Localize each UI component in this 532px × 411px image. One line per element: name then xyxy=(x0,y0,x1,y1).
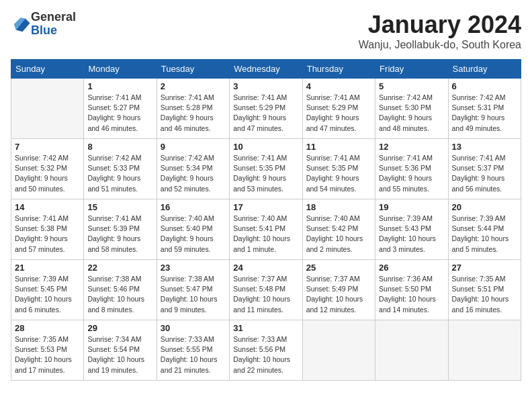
weekday-header-friday: Friday xyxy=(375,60,448,79)
calendar-week-row: 1Sunrise: 7:41 AM Sunset: 5:27 PM Daylig… xyxy=(11,79,521,139)
general-blue-logo-icon xyxy=(12,15,31,34)
day-number: 12 xyxy=(379,142,444,152)
day-number: 21 xyxy=(15,263,80,273)
calendar-cell xyxy=(302,320,375,381)
calendar-cell: 11Sunrise: 7:41 AM Sunset: 5:35 PM Dayli… xyxy=(302,139,375,199)
cell-info: Sunrise: 7:42 AM Sunset: 5:32 PM Dayligh… xyxy=(15,153,80,194)
cell-info: Sunrise: 7:41 AM Sunset: 5:29 PM Dayligh… xyxy=(306,93,371,134)
cell-info: Sunrise: 7:41 AM Sunset: 5:27 PM Dayligh… xyxy=(87,93,152,134)
calendar-cell: 1Sunrise: 7:41 AM Sunset: 5:27 PM Daylig… xyxy=(84,79,157,139)
calendar-table: SundayMondayTuesdayWednesdayThursdayFrid… xyxy=(11,59,521,381)
cell-info: Sunrise: 7:33 AM Sunset: 5:55 PM Dayligh… xyxy=(161,334,226,375)
day-number: 25 xyxy=(306,263,371,273)
cell-info: Sunrise: 7:37 AM Sunset: 5:49 PM Dayligh… xyxy=(306,274,371,315)
cell-info: Sunrise: 7:41 AM Sunset: 5:38 PM Dayligh… xyxy=(15,214,80,255)
title-block: January 2024 Wanju, Jeollabuk-do, South … xyxy=(359,11,521,51)
calendar-cell: 21Sunrise: 7:39 AM Sunset: 5:45 PM Dayli… xyxy=(11,260,84,320)
day-number: 11 xyxy=(306,142,371,152)
weekday-header-monday: Monday xyxy=(84,60,157,79)
calendar-week-row: 7Sunrise: 7:42 AM Sunset: 5:32 PM Daylig… xyxy=(11,139,521,199)
logo: GeneralBlue xyxy=(11,11,76,38)
day-number: 13 xyxy=(452,142,517,152)
calendar-cell: 5Sunrise: 7:42 AM Sunset: 5:30 PM Daylig… xyxy=(375,79,448,139)
month-title: January 2024 xyxy=(359,11,521,39)
calendar-cell xyxy=(375,320,448,381)
cell-info: Sunrise: 7:36 AM Sunset: 5:50 PM Dayligh… xyxy=(379,274,444,315)
calendar-cell: 19Sunrise: 7:39 AM Sunset: 5:43 PM Dayli… xyxy=(375,199,448,260)
calendar-cell: 17Sunrise: 7:40 AM Sunset: 5:41 PM Dayli… xyxy=(230,199,302,260)
calendar-cell: 10Sunrise: 7:41 AM Sunset: 5:35 PM Dayli… xyxy=(230,139,302,199)
cell-info: Sunrise: 7:41 AM Sunset: 5:39 PM Dayligh… xyxy=(87,214,152,255)
weekday-header-wednesday: Wednesday xyxy=(230,60,302,79)
day-number: 5 xyxy=(379,81,444,91)
day-number: 27 xyxy=(452,263,517,273)
day-number: 23 xyxy=(161,263,226,273)
calendar-cell: 28Sunrise: 7:35 AM Sunset: 5:53 PM Dayli… xyxy=(11,320,84,381)
cell-info: Sunrise: 7:39 AM Sunset: 5:43 PM Dayligh… xyxy=(379,214,444,255)
cell-info: Sunrise: 7:42 AM Sunset: 5:31 PM Dayligh… xyxy=(452,93,517,134)
day-number: 8 xyxy=(87,142,152,152)
day-number: 4 xyxy=(306,81,371,91)
cell-info: Sunrise: 7:40 AM Sunset: 5:41 PM Dayligh… xyxy=(233,214,298,255)
cell-info: Sunrise: 7:34 AM Sunset: 5:54 PM Dayligh… xyxy=(87,334,152,375)
day-number: 7 xyxy=(15,142,80,152)
cell-info: Sunrise: 7:41 AM Sunset: 5:37 PM Dayligh… xyxy=(452,153,517,194)
calendar-cell: 8Sunrise: 7:42 AM Sunset: 5:33 PM Daylig… xyxy=(84,139,157,199)
cell-info: Sunrise: 7:41 AM Sunset: 5:28 PM Dayligh… xyxy=(161,93,226,134)
day-number: 10 xyxy=(233,142,298,152)
calendar-cell: 24Sunrise: 7:37 AM Sunset: 5:48 PM Dayli… xyxy=(230,260,302,320)
cell-info: Sunrise: 7:42 AM Sunset: 5:34 PM Dayligh… xyxy=(161,153,226,194)
calendar-cell: 12Sunrise: 7:41 AM Sunset: 5:36 PM Dayli… xyxy=(375,139,448,199)
day-number: 15 xyxy=(87,202,152,212)
calendar-cell: 25Sunrise: 7:37 AM Sunset: 5:49 PM Dayli… xyxy=(302,260,375,320)
calendar-cell: 31Sunrise: 7:33 AM Sunset: 5:56 PM Dayli… xyxy=(230,320,302,381)
cell-info: Sunrise: 7:35 AM Sunset: 5:53 PM Dayligh… xyxy=(15,334,80,375)
location: Wanju, Jeollabuk-do, South Korea xyxy=(359,39,521,51)
cell-info: Sunrise: 7:39 AM Sunset: 5:44 PM Dayligh… xyxy=(452,214,517,255)
cell-info: Sunrise: 7:35 AM Sunset: 5:51 PM Dayligh… xyxy=(452,274,517,315)
calendar-cell: 22Sunrise: 7:38 AM Sunset: 5:46 PM Dayli… xyxy=(84,260,157,320)
page-header: GeneralBlue January 2024 Wanju, Jeollabu… xyxy=(11,11,521,51)
calendar-cell: 30Sunrise: 7:33 AM Sunset: 5:55 PM Dayli… xyxy=(157,320,229,381)
calendar-cell: 4Sunrise: 7:41 AM Sunset: 5:29 PM Daylig… xyxy=(302,79,375,139)
day-number: 28 xyxy=(15,323,80,333)
calendar-cell: 13Sunrise: 7:41 AM Sunset: 5:37 PM Dayli… xyxy=(448,139,521,199)
calendar-cell: 16Sunrise: 7:40 AM Sunset: 5:40 PM Dayli… xyxy=(157,199,229,260)
cell-info: Sunrise: 7:41 AM Sunset: 5:36 PM Dayligh… xyxy=(379,153,444,194)
cell-info: Sunrise: 7:37 AM Sunset: 5:48 PM Dayligh… xyxy=(233,274,298,315)
calendar-cell: 9Sunrise: 7:42 AM Sunset: 5:34 PM Daylig… xyxy=(157,139,229,199)
day-number: 22 xyxy=(87,263,152,273)
day-number: 18 xyxy=(306,202,371,212)
cell-info: Sunrise: 7:41 AM Sunset: 5:35 PM Dayligh… xyxy=(233,153,298,194)
calendar-week-row: 14Sunrise: 7:41 AM Sunset: 5:38 PM Dayli… xyxy=(11,199,521,260)
day-number: 3 xyxy=(233,81,298,91)
weekday-header-tuesday: Tuesday xyxy=(157,60,229,79)
day-number: 31 xyxy=(233,323,298,333)
calendar-week-row: 21Sunrise: 7:39 AM Sunset: 5:45 PM Dayli… xyxy=(11,260,521,320)
calendar-cell: 27Sunrise: 7:35 AM Sunset: 5:51 PM Dayli… xyxy=(448,260,521,320)
cell-info: Sunrise: 7:41 AM Sunset: 5:35 PM Dayligh… xyxy=(306,153,371,194)
weekday-header-thursday: Thursday xyxy=(302,60,375,79)
calendar-cell xyxy=(11,79,84,139)
day-number: 1 xyxy=(87,81,152,91)
calendar-cell: 23Sunrise: 7:38 AM Sunset: 5:47 PM Dayli… xyxy=(157,260,229,320)
calendar-week-row: 28Sunrise: 7:35 AM Sunset: 5:53 PM Dayli… xyxy=(11,320,521,381)
calendar-cell: 26Sunrise: 7:36 AM Sunset: 5:50 PM Dayli… xyxy=(375,260,448,320)
cell-info: Sunrise: 7:41 AM Sunset: 5:29 PM Dayligh… xyxy=(233,93,298,134)
day-number: 30 xyxy=(161,323,226,333)
day-number: 26 xyxy=(379,263,444,273)
day-number: 14 xyxy=(15,202,80,212)
cell-info: Sunrise: 7:42 AM Sunset: 5:33 PM Dayligh… xyxy=(87,153,152,194)
day-number: 6 xyxy=(452,81,517,91)
cell-info: Sunrise: 7:38 AM Sunset: 5:46 PM Dayligh… xyxy=(87,274,152,315)
day-number: 17 xyxy=(233,202,298,212)
cell-info: Sunrise: 7:40 AM Sunset: 5:42 PM Dayligh… xyxy=(306,214,371,255)
calendar-cell: 3Sunrise: 7:41 AM Sunset: 5:29 PM Daylig… xyxy=(230,79,302,139)
cell-info: Sunrise: 7:38 AM Sunset: 5:47 PM Dayligh… xyxy=(161,274,226,315)
cell-info: Sunrise: 7:42 AM Sunset: 5:30 PM Dayligh… xyxy=(379,93,444,134)
logo-text: GeneralBlue xyxy=(31,11,76,38)
calendar-cell: 6Sunrise: 7:42 AM Sunset: 5:31 PM Daylig… xyxy=(448,79,521,139)
calendar-cell: 2Sunrise: 7:41 AM Sunset: 5:28 PM Daylig… xyxy=(157,79,229,139)
cell-info: Sunrise: 7:39 AM Sunset: 5:45 PM Dayligh… xyxy=(15,274,80,315)
calendar-cell: 15Sunrise: 7:41 AM Sunset: 5:39 PM Dayli… xyxy=(84,199,157,260)
